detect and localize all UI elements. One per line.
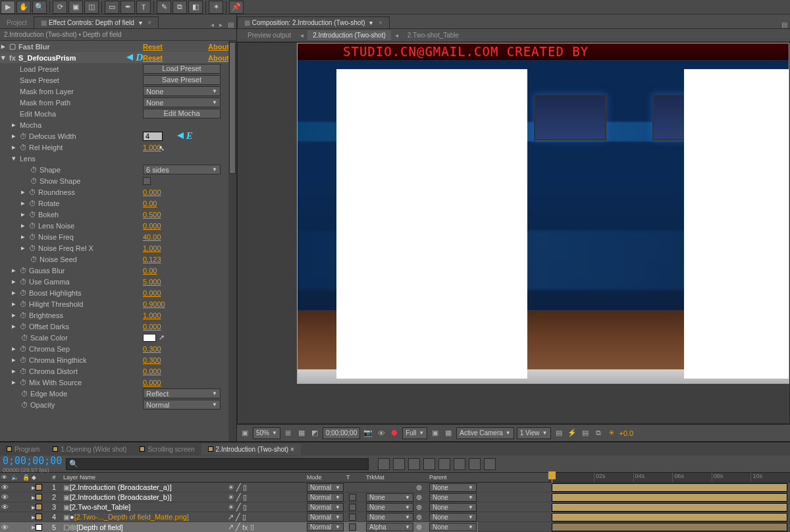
quality-icon[interactable]: ╱ xyxy=(236,493,241,502)
collapse-icon[interactable]: ↗ xyxy=(228,513,234,521)
timecode-display[interactable]: 0;00;00;00 xyxy=(323,427,360,439)
pickwhip-icon[interactable]: ⊚ xyxy=(416,523,422,531)
stopwatch-icon[interactable]: ⏱ xyxy=(29,244,38,252)
motionblur-icon[interactable] xyxy=(438,458,450,470)
exposure-value[interactable]: +0.0 xyxy=(619,429,634,437)
gauss-blur-value[interactable]: 0.00 xyxy=(143,267,157,275)
disclosure-icon[interactable]: ▸ xyxy=(12,132,20,140)
tab-project[interactable]: Project xyxy=(0,17,34,28)
eye-icon[interactable]: 👁 xyxy=(1,523,9,531)
panbehind-tool[interactable]: ◫ xyxy=(84,1,99,14)
brush-tool[interactable]: ✎ xyxy=(157,1,171,14)
effect-controls-list[interactable]: ▸ ▢ Fast Blur Reset About... ▾ fx S_Defo… xyxy=(0,41,236,441)
selection-tool[interactable]: ▶ xyxy=(1,1,15,14)
blend-mode-dropdown[interactable]: Normal▼ xyxy=(307,513,344,521)
composition-viewer[interactable]: STUDIO.CN@GMAIL.COM CREATED BY xyxy=(237,42,790,424)
tab-close-icon[interactable]: × xyxy=(379,19,382,26)
panel-menu-icon[interactable]: ▤ xyxy=(225,21,236,28)
hidesshy-icon[interactable] xyxy=(408,458,420,470)
grid-icon[interactable]: ▦ xyxy=(296,428,307,439)
timeline-search-input[interactable]: 🔍 xyxy=(66,458,369,470)
stopwatch-icon[interactable]: ⏱ xyxy=(29,222,38,230)
stopwatch-icon[interactable]: ⏱ xyxy=(20,300,29,308)
edit-mocha-button[interactable]: Edit Mocha xyxy=(143,109,221,119)
layer-name[interactable]: [2.Introduction (Broadcaster_b)] xyxy=(70,493,172,501)
stopwatch-icon[interactable]: ⏱ xyxy=(21,390,30,398)
layer-bar-selected[interactable] xyxy=(552,523,787,531)
hilight-threshold-value[interactable]: 0.9000 xyxy=(143,300,165,308)
roi-icon[interactable]: ▣ xyxy=(430,428,440,439)
reset-link[interactable]: Reset xyxy=(143,54,163,62)
disclosure-icon[interactable]: ▸ xyxy=(12,378,20,386)
disclosure-icon[interactable]: ▸ xyxy=(12,120,20,129)
lock-header-icon[interactable]: 🔒 xyxy=(22,474,30,481)
rotate-value[interactable]: 0.00 xyxy=(143,200,157,207)
load-preset-button[interactable]: Load Preset xyxy=(143,64,221,74)
collapse-icon[interactable]: ↗ xyxy=(228,523,234,531)
stopwatch-icon[interactable]: ⏱ xyxy=(20,356,29,364)
mask-toggle-icon[interactable]: ◩ xyxy=(309,428,320,439)
blend-mode-dropdown[interactable]: Normal▼ xyxy=(307,493,344,502)
trkmat-dropdown[interactable]: Alpha▼ xyxy=(366,523,413,531)
crumb-twoshot-table[interactable]: 2.Two-shot_Table xyxy=(402,30,464,40)
blend-mode-dropdown[interactable]: Normal▼ xyxy=(307,483,344,492)
parent-dropdown[interactable]: None▼ xyxy=(429,493,477,502)
viewer-canvas[interactable]: STUDIO.CN@GMAIL.COM CREATED BY xyxy=(297,43,789,384)
camera-tool[interactable]: ▣ xyxy=(68,1,83,14)
current-time-display[interactable]: 0;00;00;00 xyxy=(3,455,62,467)
stopwatch-icon[interactable]: ⏱ xyxy=(20,323,29,331)
disclosure-icon[interactable]: ▸ xyxy=(12,300,20,308)
shape-dropdown[interactable]: 6 sides▼ xyxy=(143,165,221,174)
opacity-dropdown[interactable]: Normal▼ xyxy=(143,400,221,410)
layer-color-swatch[interactable] xyxy=(36,504,42,510)
parent-dropdown[interactable]: None▼ xyxy=(429,503,477,512)
shape-tool[interactable]: ▭ xyxy=(105,1,119,14)
collapse-icon[interactable]: ☀ xyxy=(228,493,234,502)
disclosure-icon[interactable]: ▸ xyxy=(1,42,9,51)
chroma-sep-value[interactable]: 0.300 xyxy=(143,345,161,353)
disclosure-icon[interactable]: ▸ xyxy=(12,367,20,375)
eye-icon[interactable]: 👁 xyxy=(1,503,9,511)
fx-icon[interactable]: ▯ xyxy=(243,503,247,512)
pickwhip-icon[interactable]: ⊚ xyxy=(416,493,422,502)
pickwhip-icon[interactable]: ⊚ xyxy=(416,503,422,512)
stopwatch-icon[interactable]: ⏱ xyxy=(20,144,29,151)
disclosure-icon[interactable]: ▸ xyxy=(12,288,20,297)
rotobrush-tool[interactable]: ✶ xyxy=(209,1,223,14)
disclosure-icon[interactable]: ▾ xyxy=(12,154,20,163)
tab-nav-right-icon[interactable]: ▸ xyxy=(217,21,225,28)
layer-bar[interactable] xyxy=(552,513,787,521)
pen-tool[interactable]: ✒ xyxy=(120,1,135,14)
mix-with-source-value[interactable]: 0.000 xyxy=(143,379,161,386)
chroma-ringthick-value[interactable]: 0.300 xyxy=(143,356,161,364)
trkmat-checkbox[interactable] xyxy=(349,494,356,501)
pickwhip-icon[interactable]: ⊚ xyxy=(416,513,422,521)
tab-program[interactable]: Program xyxy=(0,444,46,455)
crumb-preview-output[interactable]: Preview output xyxy=(242,30,296,40)
stopwatch-icon[interactable]: ⏱ xyxy=(21,334,30,342)
roundness-value[interactable]: 0.000 xyxy=(143,188,161,196)
disclosure-icon[interactable]: ▸ xyxy=(12,311,20,319)
defocus-width-input[interactable]: 4 xyxy=(143,132,163,141)
layer-bar[interactable] xyxy=(552,483,787,492)
stopwatch-icon[interactable]: ⏱ xyxy=(20,132,29,140)
chroma-distort-value[interactable]: 0.000 xyxy=(143,367,161,375)
tab-dropdown-caret[interactable]: ▾ xyxy=(369,19,373,26)
trkmat-checkbox[interactable] xyxy=(349,514,356,521)
clone-tool[interactable]: ⧉ xyxy=(172,1,187,14)
disclosure-icon[interactable]: ▾ xyxy=(1,53,9,62)
type-tool[interactable]: T xyxy=(136,1,151,14)
noise-freq-rel-x-value[interactable]: 1.000 xyxy=(143,244,161,252)
show-snapshot-icon[interactable]: 👁 xyxy=(376,428,386,439)
stopwatch-icon[interactable]: ⏱ xyxy=(20,278,29,286)
stopwatch-icon[interactable]: ⏱ xyxy=(29,211,38,219)
fx-icon[interactable]: fx xyxy=(242,523,248,531)
fx-toggle-icon[interactable]: ▢ xyxy=(9,42,18,51)
param-lens-group[interactable]: ▾Lens xyxy=(0,153,236,164)
collapse-icon[interactable]: ☀ xyxy=(228,483,234,492)
graph-editor-icon[interactable] xyxy=(484,458,496,470)
autokey-icon[interactable] xyxy=(469,458,481,470)
crumb-introduction[interactable]: 2.Introduction (Two-shot) xyxy=(307,30,391,40)
pickwhip-icon[interactable]: ⊚ xyxy=(416,483,422,492)
boost-highlights-value[interactable]: 0.000 xyxy=(143,289,161,297)
